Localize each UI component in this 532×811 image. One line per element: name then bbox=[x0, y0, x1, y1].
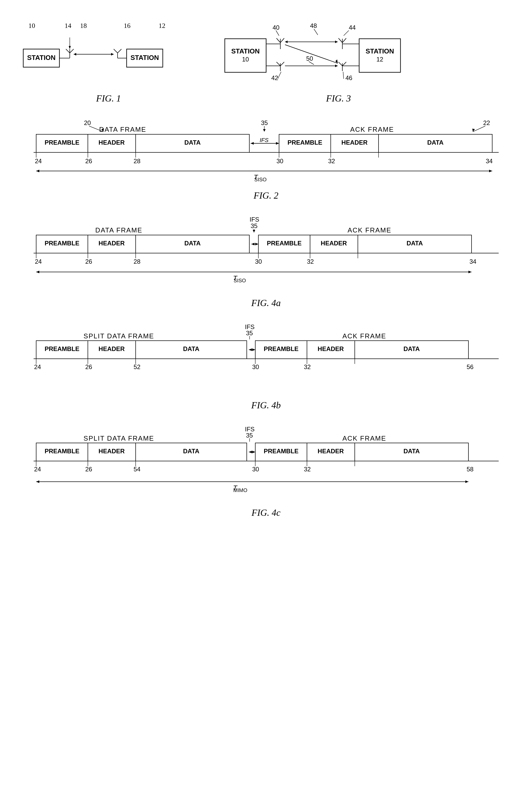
fig1-label: FIG. 1 bbox=[96, 93, 121, 104]
svg-text:DATA: DATA bbox=[184, 139, 200, 146]
svg-text:50: 50 bbox=[306, 55, 313, 62]
svg-line-34 bbox=[276, 62, 280, 66]
fig1-svg: STATION STATION bbox=[21, 34, 170, 90]
svg-marker-13 bbox=[74, 53, 76, 56]
svg-marker-210 bbox=[465, 480, 468, 483]
svg-text:DATA: DATA bbox=[183, 345, 199, 352]
svg-text:PREAMBLE: PREAMBLE bbox=[44, 448, 79, 455]
svg-text:46: 46 bbox=[346, 74, 352, 81]
ref-10: 10 bbox=[28, 22, 35, 30]
svg-text:32: 32 bbox=[307, 258, 314, 265]
svg-line-11 bbox=[118, 49, 121, 53]
fig4a-container: IFS 35 DATA FRAME ACK FRAME PREAMBLE HEA… bbox=[21, 216, 511, 308]
fig4b-svg: IFS 35 SPLIT DATA FRAME ACK FRAME PREAMB… bbox=[34, 324, 499, 394]
svg-text:STATION: STATION bbox=[27, 54, 56, 61]
svg-marker-99 bbox=[36, 170, 39, 172]
svg-text:24: 24 bbox=[35, 157, 42, 165]
svg-text:PREAMBLE: PREAMBLE bbox=[44, 345, 79, 352]
fig4a-diagram: IFS 35 DATA FRAME ACK FRAME PREAMBLE HEA… bbox=[34, 216, 499, 292]
svg-marker-66 bbox=[263, 129, 265, 132]
ref-14: 14 bbox=[65, 22, 71, 30]
fig2-diagram: 20 22 35 DATA FRAME ACK FRAME PREAMBLE bbox=[34, 119, 499, 193]
svg-text:PREAMBLE: PREAMBLE bbox=[287, 139, 322, 146]
svg-text:26: 26 bbox=[85, 258, 92, 265]
svg-marker-187 bbox=[249, 451, 252, 453]
svg-marker-139 bbox=[468, 271, 472, 273]
svg-line-10 bbox=[114, 49, 118, 53]
svg-text:ACK FRAME: ACK FRAME bbox=[348, 226, 392, 234]
svg-text:HEADER: HEADER bbox=[341, 139, 367, 146]
svg-line-35 bbox=[280, 62, 284, 66]
svg-text:35: 35 bbox=[246, 330, 253, 337]
fig4b-label: FIG. 4b bbox=[252, 400, 281, 411]
top-row: 10 14 18 16 12 STATION STATION bbox=[21, 15, 511, 104]
svg-text:48: 48 bbox=[310, 23, 317, 29]
svg-text:HEADER: HEADER bbox=[98, 240, 124, 247]
svg-marker-76 bbox=[250, 142, 254, 144]
svg-text:ACK FRAME: ACK FRAME bbox=[343, 332, 386, 340]
svg-text:DATA FRAME: DATA FRAME bbox=[99, 125, 146, 133]
svg-text:PREAMBLE: PREAMBLE bbox=[44, 139, 79, 146]
svg-text:DATA: DATA bbox=[403, 448, 420, 455]
svg-line-31 bbox=[280, 38, 284, 43]
svg-line-44 bbox=[338, 62, 343, 66]
svg-line-7 bbox=[66, 49, 70, 53]
svg-text:26: 26 bbox=[85, 157, 92, 165]
svg-text:SISO: SISO bbox=[233, 278, 246, 283]
svg-rect-26 bbox=[359, 39, 400, 72]
svg-marker-100 bbox=[489, 170, 492, 172]
svg-text:32: 32 bbox=[304, 466, 311, 473]
svg-marker-154 bbox=[249, 348, 252, 351]
svg-text:30: 30 bbox=[276, 157, 284, 165]
svg-line-41 bbox=[343, 38, 346, 43]
svg-text:DATA: DATA bbox=[183, 448, 199, 455]
svg-text:ACK FRAME: ACK FRAME bbox=[350, 125, 394, 133]
svg-text:34: 34 bbox=[486, 157, 493, 165]
svg-text:30: 30 bbox=[255, 258, 262, 265]
svg-text:26: 26 bbox=[85, 363, 92, 370]
svg-text:DATA FRAME: DATA FRAME bbox=[95, 226, 142, 234]
svg-marker-51 bbox=[285, 41, 288, 43]
svg-text:ACK FRAME: ACK FRAME bbox=[343, 434, 386, 442]
svg-text:STATION: STATION bbox=[131, 54, 159, 61]
svg-text:DATA: DATA bbox=[184, 240, 200, 247]
svg-text:HEADER: HEADER bbox=[98, 448, 124, 455]
svg-text:20: 20 bbox=[84, 119, 91, 126]
ref-18: 18 bbox=[80, 22, 87, 30]
fig4b-diagram: IFS 35 SPLIT DATA FRAME ACK FRAME PREAMB… bbox=[34, 324, 499, 395]
svg-marker-5 bbox=[69, 46, 71, 49]
svg-line-20 bbox=[314, 29, 318, 35]
svg-text:35: 35 bbox=[246, 432, 253, 439]
svg-text:28: 28 bbox=[134, 157, 140, 165]
fig2-container: 20 22 35 DATA FRAME ACK FRAME PREAMBLE bbox=[21, 119, 511, 201]
svg-text:32: 32 bbox=[304, 363, 311, 370]
svg-text:52: 52 bbox=[134, 363, 140, 370]
svg-line-40 bbox=[338, 38, 343, 43]
svg-marker-209 bbox=[36, 480, 39, 483]
svg-text:DATA: DATA bbox=[407, 240, 423, 247]
svg-text:SISO: SISO bbox=[254, 177, 267, 182]
svg-line-22 bbox=[344, 30, 349, 36]
svg-line-62 bbox=[473, 126, 485, 132]
svg-line-48 bbox=[343, 72, 344, 79]
svg-text:STATION: STATION bbox=[231, 47, 260, 55]
fig4c-svg: IFS 35 SPLIT DATA FRAME ACK FRAME PREAMB… bbox=[34, 426, 499, 501]
fig4c-label: FIG. 4c bbox=[252, 507, 280, 518]
ref-16: 16 bbox=[124, 22, 131, 30]
svg-text:SPLIT DATA FRAME: SPLIT DATA FRAME bbox=[83, 434, 154, 442]
svg-line-8 bbox=[70, 49, 74, 53]
svg-text:35: 35 bbox=[250, 223, 258, 229]
svg-marker-188 bbox=[252, 451, 255, 453]
svg-text:IFS: IFS bbox=[249, 216, 259, 223]
svg-text:DATA: DATA bbox=[427, 139, 443, 146]
svg-rect-23 bbox=[225, 39, 266, 72]
fig3-svg: 40 48 44 STATION 10 STATION 12 bbox=[222, 23, 403, 95]
svg-marker-155 bbox=[252, 348, 255, 351]
svg-line-30 bbox=[276, 38, 280, 43]
svg-text:HEADER: HEADER bbox=[98, 345, 124, 352]
svg-line-45 bbox=[343, 62, 346, 66]
svg-marker-14 bbox=[111, 53, 114, 56]
svg-line-18 bbox=[276, 30, 279, 36]
fig4c-diagram: IFS 35 SPLIT DATA FRAME ACK FRAME PREAMB… bbox=[34, 426, 499, 502]
svg-text:PREAMBLE: PREAMBLE bbox=[44, 240, 79, 247]
